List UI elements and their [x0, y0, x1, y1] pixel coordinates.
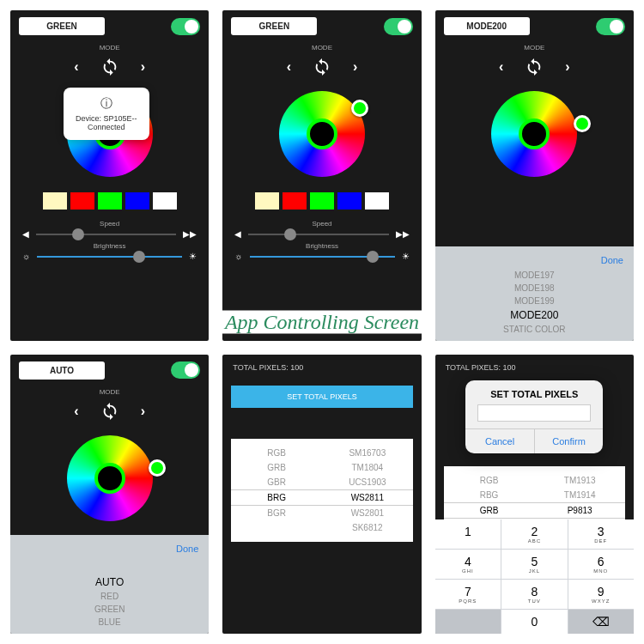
power-toggle[interactable] [171, 361, 200, 379]
picker-item[interactable]: MODE199 [435, 295, 634, 307]
color-handle[interactable] [574, 115, 591, 132]
picker-item[interactable]: RED [10, 590, 209, 603]
cycle-icon[interactable] [100, 57, 120, 77]
cycle-icon[interactable] [100, 401, 120, 422]
bright-icon[interactable]: ☀ [402, 252, 410, 261]
swatch[interactable] [125, 192, 149, 210]
screen-6: TOTAL PIXELS: 100 SET TOTAL PIXELS Cance… [435, 355, 634, 635]
mode-pill[interactable]: GREEN [231, 17, 317, 35]
screen-3: MODE200 MODE ‹ › Done MODE197 MODE198 MO… [435, 10, 634, 341]
done-button[interactable]: Done [435, 252, 634, 269]
prev-icon[interactable]: ‹ [499, 59, 503, 75]
key-7[interactable]: 7PQRS [435, 580, 501, 609]
power-toggle[interactable] [596, 18, 625, 35]
picker-item[interactable]: GREEN [10, 603, 209, 616]
mode-picker[interactable]: Done MODE197 MODE198 MODE199 MODE200 STA… [435, 246, 634, 341]
swatch[interactable] [70, 192, 94, 210]
key-blank[interactable] [435, 610, 501, 634]
done-button[interactable]: Done [10, 540, 209, 557]
key-5[interactable]: 5JKL [501, 550, 567, 579]
pixels-header: TOTAL PIXELS: 100 [435, 355, 634, 380]
mode-label: MODE [10, 44, 209, 52]
mode-pill[interactable]: AUTO [19, 361, 105, 380]
next-icon[interactable]: › [353, 59, 357, 75]
mode-pill[interactable]: MODE200 [444, 17, 530, 35]
key-0[interactable]: 0 [501, 610, 567, 634]
dim-icon[interactable]: ☼ [234, 252, 242, 261]
picker-item[interactable]: MODE200 [435, 307, 634, 323]
key-2[interactable]: 2ABC [501, 519, 567, 549]
set-pixels-dialog: SET TOTAL PIXELS Cancel Confirm [465, 380, 603, 453]
swatch[interactable] [98, 192, 122, 210]
mode-label: MODE [435, 44, 634, 52]
mode-picker[interactable]: Done AUTO RED GREEN BLUE [10, 535, 209, 634]
swatch[interactable] [43, 192, 67, 210]
key-⌫[interactable]: ⌫ [568, 610, 634, 634]
cancel-button[interactable]: Cancel [465, 429, 535, 453]
dialog-title: SET TOTAL PIXELS [465, 380, 603, 404]
device-popup: ⓘ Device: SP105E-- Connected [64, 88, 149, 140]
brightness-slider[interactable] [250, 256, 395, 258]
cycle-icon[interactable] [524, 57, 544, 77]
fast-icon[interactable]: ▶▶ [183, 229, 197, 239]
next-icon[interactable]: › [565, 59, 569, 75]
power-toggle[interactable] [171, 18, 200, 35]
swatch[interactable] [255, 192, 279, 210]
pixels-input[interactable] [477, 404, 591, 422]
prev-icon[interactable]: ‹ [74, 59, 78, 75]
prev-icon[interactable]: ‹ [74, 404, 78, 419]
picker-item[interactable]: AUTO [10, 574, 209, 590]
cycle-icon[interactable] [312, 57, 332, 77]
pixels-header: TOTAL PIXELS: 100 [222, 355, 421, 380]
mode-label: MODE [222, 44, 421, 52]
brightness-slider[interactable] [37, 256, 182, 258]
next-icon[interactable]: › [141, 59, 145, 75]
screen-4: AUTO MODE ‹ › Done AUTO RED GREEN BLUE [10, 355, 209, 635]
slow-icon[interactable]: ◀ [22, 229, 29, 239]
speed-label: Speed [234, 220, 409, 228]
confirm-button[interactable]: Confirm [535, 429, 604, 453]
set-pixels-button[interactable]: SET TOTAL PIXELS [231, 386, 412, 408]
swatch[interactable] [153, 192, 177, 210]
brightness-label: Brightness [22, 242, 197, 250]
color-handle[interactable] [149, 459, 166, 477]
numeric-keypad: 12ABC3DEF4GHI5JKL6MNO7PQRS8TUV9WXYZ0⌫ [435, 519, 634, 634]
swatch[interactable] [283, 192, 307, 210]
screen-1: GREEN MODE ‹ › ⓘ Device: SP105E-- Connec… [10, 10, 209, 341]
power-toggle[interactable] [384, 18, 413, 35]
slow-icon[interactable]: ◀ [234, 229, 241, 239]
prev-icon[interactable]: ‹ [287, 59, 291, 75]
picker-item[interactable]: STATIC COLOR [435, 323, 634, 336]
picker-item[interactable]: MODE197 [435, 269, 634, 282]
dim-icon[interactable]: ☼ [22, 252, 30, 261]
swatch-row [222, 192, 421, 210]
picker-item[interactable]: MODE198 [435, 282, 634, 295]
picker-item[interactable]: BLUE [10, 616, 209, 629]
swatch[interactable] [337, 192, 361, 210]
key-4[interactable]: 4GHI [435, 550, 501, 579]
next-icon[interactable]: › [141, 404, 145, 419]
speed-slider[interactable] [248, 234, 388, 235]
info-icon: ⓘ [76, 96, 137, 112]
swatch[interactable] [310, 192, 334, 210]
bright-icon[interactable]: ☀ [189, 252, 197, 261]
key-3[interactable]: 3DEF [568, 519, 634, 549]
color-wheel[interactable] [67, 435, 153, 521]
key-8[interactable]: 8TUV [501, 580, 567, 609]
swatch[interactable] [365, 192, 389, 210]
brightness-label: Brightness [234, 242, 409, 250]
mode-label: MODE [10, 388, 209, 396]
color-wheel[interactable] [491, 91, 577, 177]
key-9[interactable]: 9WXYZ [568, 580, 634, 609]
key-6[interactable]: 6MNO [568, 550, 634, 579]
speed-slider[interactable] [36, 234, 176, 235]
color-handle[interactable] [351, 100, 368, 117]
screen-5: TOTAL PIXELS: 100 SET TOTAL PIXELS RGBSM… [222, 355, 421, 635]
key-1[interactable]: 1 [435, 519, 501, 549]
chip-picker[interactable]: RGBSM16703 GRBTM1804 GBRUCS1903 BRGWS281… [231, 439, 412, 542]
speed-label: Speed [22, 220, 197, 228]
fast-icon[interactable]: ▶▶ [396, 229, 410, 239]
mode-pill[interactable]: GREEN [19, 17, 105, 35]
page-title: App Controlling Screen [216, 311, 428, 334]
screen-2: GREEN MODE ‹ › Speed ◀ ▶▶ Brightness ☼ ☀ [222, 10, 421, 341]
